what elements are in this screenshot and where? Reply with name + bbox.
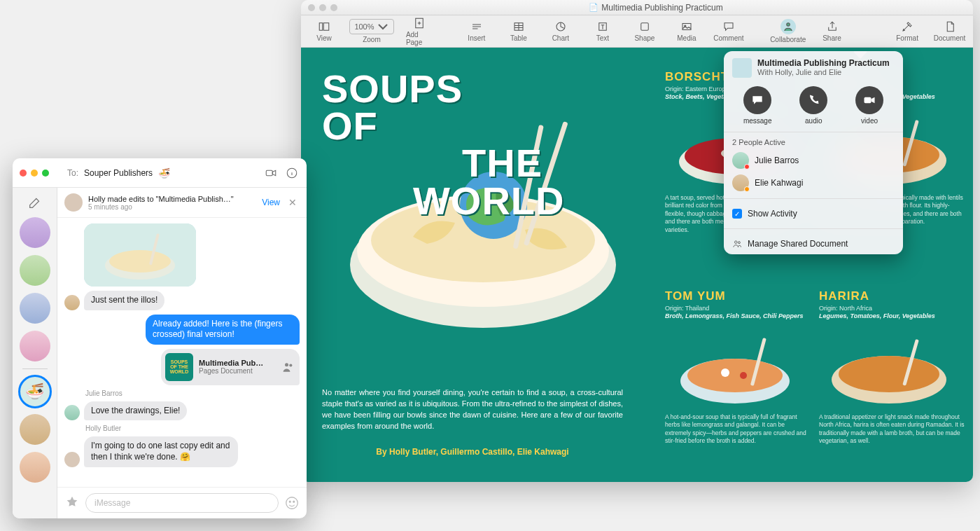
pages-window: 📄 Multimedia Publishing Practicum View 1… [301,0,973,482]
file-name: Multimedia Pub… [199,359,276,367]
popover-title: Multimedia Publishing Practicum [757,58,890,68]
tomyum-illustration [665,325,805,409]
message-bubble: Love the drawings, Elie! [84,401,187,421]
message-input[interactable]: iMessage [85,493,279,513]
apps-button[interactable] [64,495,80,511]
conversation-avatar[interactable] [20,331,50,361]
banner-view-link[interactable]: View [262,198,280,207]
show-activity-toggle[interactable]: ✓ Show Activity [724,203,903,224]
sidebar-divider [22,368,48,369]
insert-button[interactable]: Insert [463,20,490,42]
svg-point-24 [687,359,783,392]
svg-rect-6 [641,23,649,31]
window-controls[interactable] [20,170,49,177]
audio-action[interactable]: audio [799,86,827,125]
recipe-tomyum: TOM YUM Origin: Thailand Broth, Lemongra… [665,289,812,446]
svg-point-25 [721,368,729,377]
emoji-button[interactable] [284,495,300,511]
svg-point-32 [735,241,738,244]
sender-label: Holly Butler [85,425,300,432]
people-icon [732,239,742,249]
active-person-elie[interactable]: Elie Kahwagi [724,172,903,194]
active-person-julie[interactable]: Julie Barros [724,149,903,172]
banner-time: 5 minutes ago [88,203,256,211]
text-button[interactable]: Text [589,20,616,42]
document-title-text: Multimedia Publishing Practicum [601,3,722,13]
share-button[interactable]: Share [819,20,846,42]
avatar-icon [732,174,749,191]
person-name: Julie Barros [755,156,799,165]
sender-label: Julie Barros [85,389,300,397]
message-bubble-self: Already added! Here is the (fingers cros… [146,315,300,345]
table-button[interactable]: Table [505,20,532,42]
conversation-avatar[interactable] [20,293,50,324]
svg-rect-34 [266,170,272,176]
popover-subtitle: With Holly, Julie and Elie [757,68,890,76]
pages-titlebar: 📄 Multimedia Publishing Practicum [301,0,973,15]
checkbox-checked-icon: ✓ [732,209,742,219]
conversation-emoji: 🍜 [158,167,170,179]
facetime-button[interactable] [263,165,279,181]
svg-point-43 [289,501,290,502]
conversation-name: Souper Publishers [84,168,153,178]
message-row-self: SOUPSOF THEWORLD Multimedia Pub… Pages D… [64,349,300,385]
document-button[interactable]: Document [936,20,963,42]
banner-close-button[interactable]: ✕ [286,197,300,208]
image-attachment[interactable] [84,223,196,287]
messages-window: To: Souper Publishers 🍜 🍜 Holly made edi… [13,158,307,518]
message-action[interactable]: message [743,86,772,125]
svg-rect-7 [682,24,691,30]
file-kind: Pages Document [199,367,276,375]
messages-titlebar: To: Souper Publishers 🍜 [13,158,307,188]
message-bubble: I'm going to do one last copy edit and t… [84,436,238,467]
add-page-button[interactable]: Add Page [406,17,433,46]
placeholder-text: iMessage [94,498,130,508]
shape-button[interactable]: Shape [631,20,658,42]
svg-point-38 [109,250,171,273]
collaborate-popover: Multimedia Publishing Practicum With Hol… [724,51,903,254]
collaboration-banner: Holly made edits to "Multimedia Publish…… [57,188,307,218]
svg-point-29 [839,356,939,392]
message-bubble: Just sent the illos! [84,291,164,310]
avatar-icon [64,193,83,212]
manage-shared-doc[interactable]: Manage Shared Document [724,233,903,254]
recipe-harira: HARIRA Origin: North Africa Legumes, Tom… [819,289,966,446]
window-controls[interactable] [308,4,337,11]
svg-point-40 [285,363,288,366]
media-button[interactable]: Media [673,20,700,42]
comment-button[interactable]: Comment [715,20,742,42]
document-body-text: No matter where you find yourself dining… [322,387,623,432]
conversation-avatar[interactable] [20,414,50,445]
message-row: I'm going to do one last copy edit and t… [64,436,300,467]
banner-text: Holly made edits to "Multimedia Publish…… [88,195,235,203]
zoom-select[interactable]: 100%Zoom [353,19,391,43]
conversation-avatar[interactable] [20,217,50,248]
avatar-icon [64,295,80,310]
view-button[interactable]: View [311,20,337,42]
chart-button[interactable]: Chart [547,20,574,42]
doc-thumbnail-icon [732,58,752,78]
avatar-icon [64,452,80,467]
shared-people-icon [281,360,295,374]
compose-button[interactable] [27,195,43,210]
svg-point-44 [293,501,295,502]
collaborate-button[interactable]: Collaborate [773,19,804,43]
message-row-self: Already added! Here is the (fingers cros… [64,315,300,345]
conversation-sidebar: 🍜 [13,188,57,518]
thread-scroll[interactable]: Just sent the illos! Already added! Here… [57,218,307,487]
video-action[interactable]: video [855,86,883,125]
svg-rect-31 [864,97,872,103]
conversation-avatar-selected[interactable]: 🍜 [20,376,50,407]
collaborate-avatar-icon [780,19,796,34]
conversation-avatar[interactable] [20,452,50,483]
file-attachment[interactable]: SOUPSOF THEWORLD Multimedia Pub… Pages D… [161,349,300,385]
to-label: To: [67,168,78,178]
active-people-label: 2 People Active [724,132,903,149]
document-icon: 📄 [589,3,598,12]
format-button[interactable]: Format [894,20,920,42]
pages-toolbar: View 100%Zoom Add Page Insert Table Char… [301,15,973,48]
audio-message-button[interactable] [258,497,272,511]
info-button[interactable] [284,165,300,181]
svg-rect-0 [319,23,323,31]
conversation-avatar[interactable] [20,255,50,286]
